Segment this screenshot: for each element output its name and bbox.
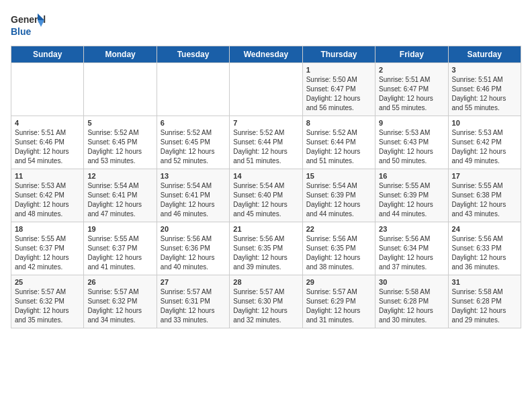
day-number: 24 xyxy=(452,225,517,233)
day-info: Sunrise: 5:52 AM Sunset: 6:44 PM Dayligh… xyxy=(233,128,298,166)
day-cell: 14Sunrise: 5:54 AM Sunset: 6:40 PM Dayli… xyxy=(230,169,302,222)
svg-text:Blue: Blue xyxy=(11,26,32,37)
weekday-header-friday: Friday xyxy=(375,46,448,63)
day-number: 13 xyxy=(161,172,226,180)
day-info: Sunrise: 5:54 AM Sunset: 6:41 PM Dayligh… xyxy=(161,181,226,219)
day-cell: 15Sunrise: 5:54 AM Sunset: 6:39 PM Dayli… xyxy=(302,169,375,222)
day-number: 25 xyxy=(15,278,80,286)
weekday-header-tuesday: Tuesday xyxy=(157,46,229,63)
day-cell: 31Sunrise: 5:58 AM Sunset: 6:28 PM Dayli… xyxy=(448,275,521,328)
logo: GeneralBlue xyxy=(11,11,46,40)
day-info: Sunrise: 5:56 AM Sunset: 6:35 PM Dayligh… xyxy=(306,234,371,272)
logo-svg: GeneralBlue xyxy=(11,11,46,40)
day-info: Sunrise: 5:53 AM Sunset: 6:43 PM Dayligh… xyxy=(379,128,444,166)
day-cell: 1Sunrise: 5:50 AM Sunset: 6:47 PM Daylig… xyxy=(302,63,375,116)
day-cell: 2Sunrise: 5:51 AM Sunset: 6:47 PM Daylig… xyxy=(375,63,448,116)
day-info: Sunrise: 5:54 AM Sunset: 6:39 PM Dayligh… xyxy=(306,181,371,219)
day-number: 14 xyxy=(233,172,298,180)
day-number: 11 xyxy=(15,172,80,180)
day-cell: 4Sunrise: 5:51 AM Sunset: 6:46 PM Daylig… xyxy=(11,116,84,169)
day-cell: 11Sunrise: 5:53 AM Sunset: 6:42 PM Dayli… xyxy=(11,169,84,222)
day-info: Sunrise: 5:51 AM Sunset: 6:47 PM Dayligh… xyxy=(379,75,444,113)
day-cell: 8Sunrise: 5:52 AM Sunset: 6:44 PM Daylig… xyxy=(302,116,375,169)
day-number: 27 xyxy=(161,278,226,286)
day-cell: 3Sunrise: 5:51 AM Sunset: 6:46 PM Daylig… xyxy=(448,63,521,116)
day-number: 26 xyxy=(87,278,152,286)
day-cell: 5Sunrise: 5:52 AM Sunset: 6:45 PM Daylig… xyxy=(84,116,157,169)
week-row-2: 4Sunrise: 5:51 AM Sunset: 6:46 PM Daylig… xyxy=(11,116,521,169)
day-number: 29 xyxy=(306,278,371,286)
day-info: Sunrise: 5:58 AM Sunset: 6:28 PM Dayligh… xyxy=(379,287,444,325)
day-info: Sunrise: 5:53 AM Sunset: 6:42 PM Dayligh… xyxy=(15,181,80,219)
day-number: 9 xyxy=(379,119,444,127)
day-number: 6 xyxy=(161,119,226,127)
day-cell xyxy=(230,63,302,116)
day-info: Sunrise: 5:56 AM Sunset: 6:36 PM Dayligh… xyxy=(161,234,226,272)
calendar-header: SundayMondayTuesdayWednesdayThursdayFrid… xyxy=(11,46,521,63)
day-number: 8 xyxy=(306,119,371,127)
day-number: 12 xyxy=(87,172,152,180)
day-number: 18 xyxy=(15,225,80,233)
day-cell: 24Sunrise: 5:56 AM Sunset: 6:33 PM Dayli… xyxy=(448,222,521,275)
day-info: Sunrise: 5:55 AM Sunset: 6:39 PM Dayligh… xyxy=(379,181,444,219)
day-info: Sunrise: 5:52 AM Sunset: 6:45 PM Dayligh… xyxy=(161,128,226,166)
day-info: Sunrise: 5:51 AM Sunset: 6:46 PM Dayligh… xyxy=(452,75,517,113)
day-info: Sunrise: 5:57 AM Sunset: 6:32 PM Dayligh… xyxy=(15,287,80,325)
day-number: 30 xyxy=(379,278,444,286)
day-cell: 19Sunrise: 5:55 AM Sunset: 6:37 PM Dayli… xyxy=(84,222,157,275)
day-cell: 20Sunrise: 5:56 AM Sunset: 6:36 PM Dayli… xyxy=(157,222,229,275)
week-row-1: 1Sunrise: 5:50 AM Sunset: 6:47 PM Daylig… xyxy=(11,63,521,116)
day-info: Sunrise: 5:55 AM Sunset: 6:38 PM Dayligh… xyxy=(452,181,517,219)
day-info: Sunrise: 5:56 AM Sunset: 6:35 PM Dayligh… xyxy=(233,234,298,272)
day-cell: 13Sunrise: 5:54 AM Sunset: 6:41 PM Dayli… xyxy=(157,169,229,222)
day-cell: 21Sunrise: 5:56 AM Sunset: 6:35 PM Dayli… xyxy=(230,222,302,275)
day-info: Sunrise: 5:52 AM Sunset: 6:44 PM Dayligh… xyxy=(306,128,371,166)
day-number: 16 xyxy=(379,172,444,180)
day-info: Sunrise: 5:53 AM Sunset: 6:42 PM Dayligh… xyxy=(452,128,517,166)
day-info: Sunrise: 5:58 AM Sunset: 6:28 PM Dayligh… xyxy=(452,287,517,325)
day-info: Sunrise: 5:54 AM Sunset: 6:41 PM Dayligh… xyxy=(87,181,152,219)
day-info: Sunrise: 5:57 AM Sunset: 6:29 PM Dayligh… xyxy=(306,287,371,325)
week-row-4: 18Sunrise: 5:55 AM Sunset: 6:37 PM Dayli… xyxy=(11,222,521,275)
day-cell: 26Sunrise: 5:57 AM Sunset: 6:32 PM Dayli… xyxy=(84,275,157,328)
day-cell: 10Sunrise: 5:53 AM Sunset: 6:42 PM Dayli… xyxy=(448,116,521,169)
day-cell: 9Sunrise: 5:53 AM Sunset: 6:43 PM Daylig… xyxy=(375,116,448,169)
day-number: 19 xyxy=(87,225,152,233)
day-number: 21 xyxy=(233,225,298,233)
day-cell: 30Sunrise: 5:58 AM Sunset: 6:28 PM Dayli… xyxy=(375,275,448,328)
weekday-header-saturday: Saturday xyxy=(448,46,521,63)
page-header: GeneralBlue xyxy=(11,11,521,40)
day-cell: 25Sunrise: 5:57 AM Sunset: 6:32 PM Dayli… xyxy=(11,275,84,328)
day-cell: 28Sunrise: 5:57 AM Sunset: 6:30 PM Dayli… xyxy=(230,275,302,328)
day-number: 1 xyxy=(306,66,371,74)
day-cell: 18Sunrise: 5:55 AM Sunset: 6:37 PM Dayli… xyxy=(11,222,84,275)
day-cell xyxy=(11,63,84,116)
day-cell: 12Sunrise: 5:54 AM Sunset: 6:41 PM Dayli… xyxy=(84,169,157,222)
day-info: Sunrise: 5:57 AM Sunset: 6:30 PM Dayligh… xyxy=(233,287,298,325)
weekday-header-thursday: Thursday xyxy=(302,46,375,63)
day-cell: 27Sunrise: 5:57 AM Sunset: 6:31 PM Dayli… xyxy=(157,275,229,328)
day-info: Sunrise: 5:56 AM Sunset: 6:34 PM Dayligh… xyxy=(379,234,444,272)
day-cell xyxy=(84,63,157,116)
day-number: 22 xyxy=(306,225,371,233)
weekday-header-monday: Monday xyxy=(84,46,157,63)
day-number: 3 xyxy=(452,66,517,74)
day-info: Sunrise: 5:55 AM Sunset: 6:37 PM Dayligh… xyxy=(15,234,80,272)
day-info: Sunrise: 5:57 AM Sunset: 6:31 PM Dayligh… xyxy=(161,287,226,325)
day-number: 15 xyxy=(306,172,371,180)
day-cell: 23Sunrise: 5:56 AM Sunset: 6:34 PM Dayli… xyxy=(375,222,448,275)
day-cell xyxy=(157,63,229,116)
day-info: Sunrise: 5:51 AM Sunset: 6:46 PM Dayligh… xyxy=(15,128,80,166)
day-number: 10 xyxy=(452,119,517,127)
day-cell: 6Sunrise: 5:52 AM Sunset: 6:45 PM Daylig… xyxy=(157,116,229,169)
calendar-table: SundayMondayTuesdayWednesdayThursdayFrid… xyxy=(11,46,521,328)
day-number: 20 xyxy=(161,225,226,233)
week-row-3: 11Sunrise: 5:53 AM Sunset: 6:42 PM Dayli… xyxy=(11,169,521,222)
day-cell: 22Sunrise: 5:56 AM Sunset: 6:35 PM Dayli… xyxy=(302,222,375,275)
day-info: Sunrise: 5:55 AM Sunset: 6:37 PM Dayligh… xyxy=(87,234,152,272)
day-cell: 7Sunrise: 5:52 AM Sunset: 6:44 PM Daylig… xyxy=(230,116,302,169)
day-cell: 29Sunrise: 5:57 AM Sunset: 6:29 PM Dayli… xyxy=(302,275,375,328)
calendar-body: 1Sunrise: 5:50 AM Sunset: 6:47 PM Daylig… xyxy=(11,63,521,328)
day-cell: 17Sunrise: 5:55 AM Sunset: 6:38 PM Dayli… xyxy=(448,169,521,222)
week-row-5: 25Sunrise: 5:57 AM Sunset: 6:32 PM Dayli… xyxy=(11,275,521,328)
